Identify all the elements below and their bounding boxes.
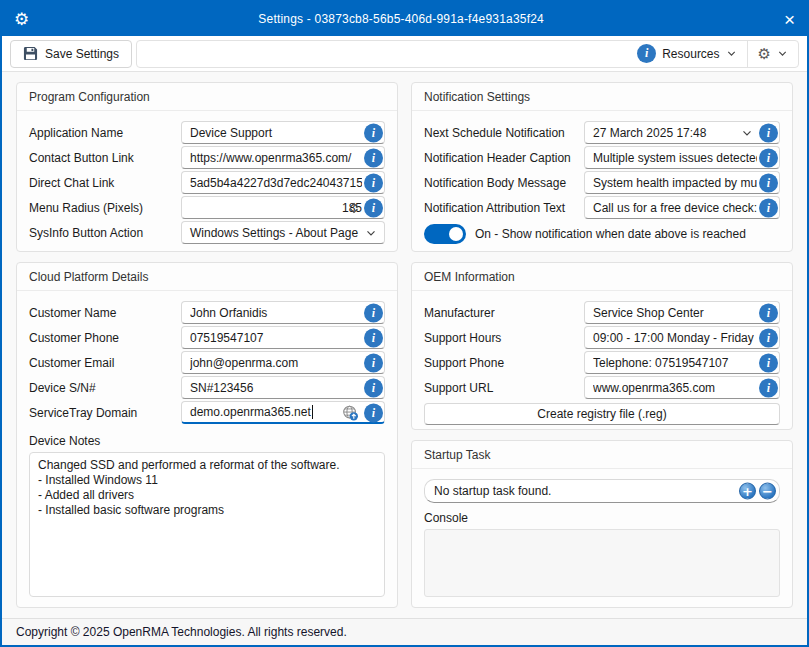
save-settings-button[interactable]: Save Settings (10, 40, 132, 68)
group-program-configuration: Program Configuration Application Name i… (16, 82, 398, 252)
info-icon[interactable]: i (759, 353, 778, 372)
toggle-knob (449, 227, 463, 241)
info-icon[interactable]: i (364, 328, 383, 347)
field-label: Customer Name (29, 306, 181, 320)
customer-name-input[interactable] (181, 301, 385, 324)
sysinfo-action-select[interactable]: Windows Settings - About Page (181, 221, 385, 244)
right-column: Notification Settings Next Schedule Noti… (411, 82, 793, 608)
copyright-text: Copyright © 2025 OpenRMA Technologies. A… (16, 625, 347, 639)
notification-header-caption-input[interactable] (584, 146, 780, 169)
field-label: Menu Radius (Pixels) (29, 201, 181, 215)
group-startup-task: Startup Task No startup task found. + − … (411, 440, 793, 608)
field-manufacturer: Manufacturer i (424, 301, 780, 324)
text-caret (312, 405, 313, 419)
field-application-name: Application Name i (29, 121, 385, 144)
application-name-input[interactable] (181, 121, 385, 144)
group-title: Startup Task (412, 441, 792, 469)
info-icon[interactable]: i (364, 303, 383, 322)
info-icon[interactable]: i (759, 378, 778, 397)
chevron-down-icon (777, 48, 788, 59)
notification-attribution-text-input[interactable] (584, 196, 780, 219)
group-oem-information: OEM Information Manufacturer i Support H… (411, 262, 793, 430)
group-notification-settings: Notification Settings Next Schedule Noti… (411, 82, 793, 252)
field-label: Support URL (424, 381, 584, 395)
field-label: Application Name (29, 126, 181, 140)
window-gear-icon: ⚙ (14, 11, 29, 28)
chevron-down-icon (726, 48, 737, 59)
save-icon (23, 46, 38, 61)
field-notification-body-message: Notification Body Message i (424, 171, 780, 194)
group-title: OEM Information (412, 263, 792, 291)
customer-phone-input[interactable] (181, 326, 385, 349)
field-support-url: Support URL i (424, 376, 780, 399)
customer-email-input[interactable] (181, 351, 385, 374)
field-customer-name: Customer Name i (29, 301, 385, 324)
info-icon[interactable]: i (364, 378, 383, 397)
info-icon[interactable]: i (759, 303, 778, 322)
info-icon[interactable]: i (364, 123, 383, 142)
console-label: Console (424, 511, 780, 525)
device-notes-label: Device Notes (29, 434, 385, 448)
manufacturer-input[interactable] (584, 301, 780, 324)
field-notification-attribution-text: Notification Attribution Text i (424, 196, 780, 219)
content: Program Configuration Application Name i… (2, 72, 807, 618)
settings-menu-button[interactable]: ⚙ (747, 41, 798, 67)
contact-button-link-input[interactable] (181, 146, 385, 169)
notification-toggle-row: On - Show notification when date above i… (424, 223, 780, 245)
add-task-button[interactable]: + (739, 483, 756, 500)
group-title: Program Configuration (17, 83, 397, 111)
startup-task-field[interactable]: No startup task found. + − (424, 479, 780, 503)
info-icon[interactable]: i (759, 148, 778, 167)
field-notification-header-caption: Notification Header Caption i (424, 146, 780, 169)
globe-upload-icon (342, 404, 359, 421)
close-icon[interactable]: × (773, 10, 795, 29)
direct-chat-link-input[interactable] (181, 171, 385, 194)
remove-task-button[interactable]: − (759, 483, 776, 500)
info-icon[interactable]: i (759, 123, 778, 142)
resources-info-icon: i (637, 44, 656, 63)
console-textarea[interactable] (424, 529, 780, 597)
field-label: Direct Chat Link (29, 176, 181, 190)
field-customer-phone: Customer Phone i (29, 326, 385, 349)
field-label: Contact Button Link (29, 151, 181, 165)
toggle-label: On - Show notification when date above i… (475, 227, 746, 241)
support-url-input[interactable] (584, 376, 780, 399)
toolbar: Save Settings i Resources ⚙ (2, 36, 807, 72)
title-bar: ⚙ Settings - 03873cb8-56b5-406d-991a-f4e… (2, 2, 807, 36)
device-notes-textarea[interactable]: Changed SSD and performed a reformat of … (29, 452, 385, 597)
resources-dropdown[interactable]: i Resources (627, 41, 746, 67)
field-label: Manufacturer (424, 306, 584, 320)
info-icon[interactable]: i (759, 198, 778, 217)
info-icon[interactable]: i (364, 403, 383, 422)
field-label: Notification Attribution Text (424, 201, 584, 215)
field-label: ServiceTray Domain (29, 406, 181, 420)
status-bar: Copyright © 2025 OpenRMA Technologies. A… (2, 618, 807, 645)
info-icon[interactable]: i (364, 173, 383, 192)
field-support-hours: Support Hours i (424, 326, 780, 349)
field-label: Notification Header Caption (424, 151, 584, 165)
create-registry-file-button[interactable]: Create registry file (.reg) (424, 403, 780, 425)
number-spinner-icon[interactable] (349, 202, 359, 214)
chevron-down-icon (365, 227, 377, 239)
field-label: Support Phone (424, 356, 584, 370)
notification-body-message-input[interactable] (584, 171, 780, 194)
support-hours-input[interactable] (584, 326, 780, 349)
group-title: Notification Settings (412, 83, 792, 111)
field-servicetray-domain: ServiceTray Domain demo.openrma365.net (29, 401, 385, 424)
info-icon[interactable]: i (364, 353, 383, 372)
field-device-serial: Device S/N# i (29, 376, 385, 399)
field-contact-button-link: Contact Button Link i (29, 146, 385, 169)
group-cloud-platform-details: Cloud Platform Details Customer Name i C… (16, 262, 398, 608)
gear-icon: ⚙ (758, 46, 771, 61)
info-icon[interactable]: i (364, 148, 383, 167)
save-settings-label: Save Settings (45, 47, 119, 61)
support-phone-input[interactable] (584, 351, 780, 374)
info-icon[interactable]: i (759, 173, 778, 192)
device-serial-input[interactable] (181, 376, 385, 399)
info-icon[interactable]: i (759, 328, 778, 347)
field-label: Notification Body Message (424, 176, 584, 190)
notification-toggle[interactable] (424, 224, 466, 244)
field-label: Next Schedule Notification (424, 126, 584, 140)
info-icon[interactable]: i (364, 198, 383, 217)
field-sysinfo-button-action: SysInfo Button Action Windows Settings -… (29, 221, 385, 244)
